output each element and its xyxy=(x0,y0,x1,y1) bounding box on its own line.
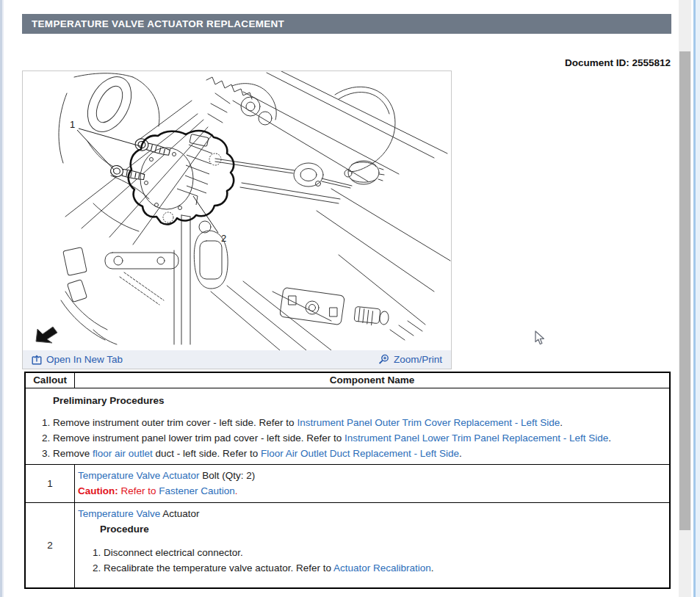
link-actuator-recalibration[interactable]: Actuator Recalibration xyxy=(333,562,431,574)
figure-callout-1: 1 xyxy=(70,119,75,130)
callout-cell-2: 2 xyxy=(26,503,75,587)
link-temperature-valve-actuator[interactable]: Temperature Valve Actuator xyxy=(78,470,200,481)
link-fastener-caution[interactable]: Fastener Caution xyxy=(159,485,235,496)
preliminary-procedures-row: Preliminary Procedures 1. Remove instrum… xyxy=(26,388,669,465)
left-panel-edge-inner xyxy=(2,0,4,597)
component-name-column-header: Component Name xyxy=(75,373,669,388)
zoom-print-link[interactable]: Zoom/Print xyxy=(378,354,442,365)
open-in-new-tab-link[interactable]: Open In New Tab xyxy=(32,354,123,365)
link-temperature-valve[interactable]: Temperature Valve xyxy=(78,508,160,519)
service-document-page: TEMPERATURE VALVE ACTUATOR REPLACEMENT D… xyxy=(0,0,700,597)
component-table: Callout Component Name Preliminary Proce… xyxy=(24,372,671,589)
table-row-callout-2: 2 Temperature Valve Actuator Procedure 1… xyxy=(26,502,669,587)
right-panel-edge-outer xyxy=(696,0,700,597)
preliminary-step-1: 1. Remove instrument outer trim cover - … xyxy=(42,415,669,430)
link-instrument-panel-outer-trim-cover-replacement[interactable]: Instrument Panel Outer Trim Cover Replac… xyxy=(297,417,560,428)
page-title-bar: TEMPERATURE VALVE ACTUATOR REPLACEMENT xyxy=(22,14,671,34)
callout-cell-1: 1 xyxy=(26,465,75,502)
table-row-callout-1: 1 Temperature Valve Actuator Bolt (Qty: … xyxy=(26,465,669,502)
preliminary-step-2: 2. Remove instrument panel lower trim pa… xyxy=(42,430,669,446)
link-floor-air-outlet[interactable]: floor air outlet xyxy=(93,448,153,459)
zoom-in-icon xyxy=(378,354,389,365)
procedure-step-1: 1. Disconnect electrical connector. xyxy=(93,545,669,560)
figure-panel: 1 2 Open In New Tab Zoom/Print xyxy=(22,70,452,369)
table-header-row: Callout Component Name xyxy=(26,373,669,388)
component-illustration: 1 2 xyxy=(23,71,451,350)
row2-component-name: Temperature Valve Actuator xyxy=(78,506,669,521)
figure-callout-2: 2 xyxy=(221,233,226,244)
mouse-cursor xyxy=(535,330,545,346)
page-title: TEMPERATURE VALVE ACTUATOR REPLACEMENT xyxy=(32,18,284,29)
procedure-title: Procedure xyxy=(78,521,669,537)
preliminary-step-3: 3. Remove floor air outlet duct - left s… xyxy=(42,446,669,461)
link-instrument-panel-lower-trim-panel-replacement[interactable]: Instrument Panel Lower Trim Panel Replac… xyxy=(344,433,608,444)
scrollbar[interactable] xyxy=(679,0,691,597)
open-in-new-tab-label: Open In New Tab xyxy=(46,354,123,365)
row1-component-name: Temperature Valve Actuator Bolt (Qty: 2) xyxy=(78,468,669,483)
scrollbar-thumb[interactable] xyxy=(679,51,690,530)
bolt-2 xyxy=(109,164,145,181)
document-id: Document ID: 2555812 xyxy=(565,57,671,68)
open-in-new-tab-icon xyxy=(32,355,42,365)
preliminary-procedures-title: Preliminary Procedures xyxy=(26,393,669,408)
figure-toolbar: Open In New Tab Zoom/Print xyxy=(23,350,451,369)
procedure-step-2: 2. Recalibrate the temperature valve act… xyxy=(93,560,669,576)
direction-arrow-icon xyxy=(36,327,57,343)
zoom-print-label: Zoom/Print xyxy=(394,354,442,365)
row1-caution-note: Caution: Refer to Fastener Caution. xyxy=(78,483,669,499)
link-floor-air-outlet-duct-replacement[interactable]: Floor Air Outlet Duct Replacement - Left… xyxy=(261,448,459,459)
callout-column-header: Callout xyxy=(26,373,75,388)
